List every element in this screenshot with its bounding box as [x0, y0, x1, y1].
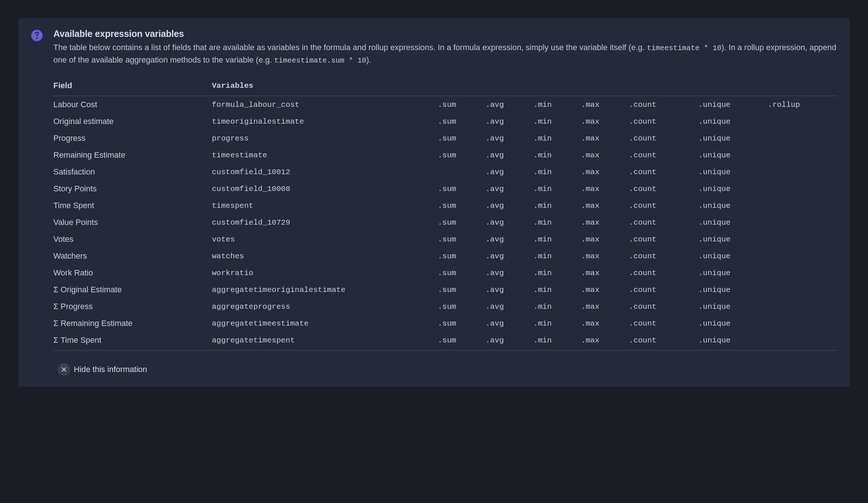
aggregation-method: .max — [581, 231, 629, 248]
aggregation-method: .avg — [485, 298, 533, 315]
variables-table: Field Variables Labour Costformula_labou… — [53, 77, 837, 351]
aggregation-method: .avg — [485, 264, 533, 281]
variable-name: customfield_10008 — [212, 180, 438, 197]
aggregation-method: .min — [533, 96, 581, 113]
table-row: Watcherswatches.sum.avg.min.max.count.un… — [53, 248, 837, 264]
aggregation-method: .count — [629, 298, 698, 315]
table-row: Labour Costformula_labour_cost.sum.avg.m… — [53, 96, 837, 113]
aggregation-method: .max — [581, 298, 629, 315]
desc-code2: timeestimate.sum * 10 — [274, 56, 366, 65]
aggregation-method: .sum — [438, 332, 486, 350]
aggregation-method — [768, 147, 837, 164]
header-variables: Variables — [212, 77, 438, 96]
table-row: Votesvotes.sum.avg.min.max.count.unique — [53, 231, 837, 248]
panel-header: Available expression variables The table… — [31, 29, 837, 66]
aggregation-method: .count — [629, 214, 698, 231]
aggregation-method: .max — [581, 197, 629, 214]
table-row: Value Pointscustomfield_10729.sum.avg.mi… — [53, 214, 837, 231]
table-row: Original estimatetimeoriginalestimate.su… — [53, 113, 837, 130]
variable-name: customfield_10012 — [212, 164, 438, 180]
field-name: Remaining Estimate — [53, 147, 212, 164]
aggregation-method: .unique — [698, 164, 768, 180]
desc-code1: timeestimate * 10 — [647, 44, 721, 52]
aggregation-method: .max — [581, 248, 629, 264]
aggregation-method: .avg — [485, 147, 533, 164]
aggregation-method: .max — [581, 315, 629, 332]
table-row: Σ Time Spentaggregatetimespent.sum.avg.m… — [53, 332, 837, 350]
aggregation-method — [438, 164, 486, 180]
variable-name: customfield_10729 — [212, 214, 438, 231]
aggregation-method: .unique — [698, 281, 768, 298]
aggregation-method — [768, 214, 837, 231]
field-name: Satisfaction — [53, 164, 212, 180]
close-icon[interactable] — [58, 363, 70, 376]
aggregation-method: .max — [581, 147, 629, 164]
field-name: Story Points — [53, 180, 212, 197]
aggregation-method: .min — [533, 231, 581, 248]
aggregation-method: .unique — [698, 197, 768, 214]
aggregation-method: .sum — [438, 298, 486, 315]
aggregation-method: .avg — [485, 315, 533, 332]
field-name: Σ Original Estimate — [53, 281, 212, 298]
variable-name: timeoriginalestimate — [212, 113, 438, 130]
table-row: Satisfactioncustomfield_10012.avg.min.ma… — [53, 164, 837, 180]
header-content: Available expression variables The table… — [53, 29, 837, 66]
variable-name: votes — [212, 231, 438, 248]
aggregation-method: .avg — [485, 130, 533, 147]
aggregation-method: .avg — [485, 180, 533, 197]
aggregation-method — [768, 248, 837, 264]
aggregation-method: .avg — [485, 96, 533, 113]
aggregation-method — [768, 113, 837, 130]
table-row: Work Ratioworkratio.sum.avg.min.max.coun… — [53, 264, 837, 281]
info-panel: Available expression variables The table… — [18, 18, 850, 387]
aggregation-method — [768, 197, 837, 214]
field-name: Value Points — [53, 214, 212, 231]
aggregation-method: .max — [581, 113, 629, 130]
aggregation-method: .max — [581, 180, 629, 197]
table-row: Time Spenttimespent.sum.avg.min.max.coun… — [53, 197, 837, 214]
aggregation-method: .sum — [438, 281, 486, 298]
variable-name: watches — [212, 248, 438, 264]
variable-name: aggregatetimeoriginalestimate — [212, 281, 438, 298]
variable-name: progress — [212, 130, 438, 147]
aggregation-method: .max — [581, 332, 629, 350]
table-row: Story Pointscustomfield_10008.sum.avg.mi… — [53, 180, 837, 197]
aggregation-method: .min — [533, 197, 581, 214]
panel-description: The table below contains a list of field… — [53, 41, 837, 66]
field-name: Time Spent — [53, 197, 212, 214]
aggregation-method: .unique — [698, 315, 768, 332]
field-name: Σ Time Spent — [53, 332, 212, 350]
variable-name: timespent — [212, 197, 438, 214]
aggregation-method — [768, 164, 837, 180]
aggregation-method: .sum — [438, 180, 486, 197]
aggregation-method: .unique — [698, 231, 768, 248]
aggregation-method: .avg — [485, 332, 533, 350]
aggregation-method — [768, 332, 837, 350]
hide-info-label: Hide this information — [74, 365, 147, 374]
variable-name: formula_labour_cost — [212, 96, 438, 113]
aggregation-method: .count — [629, 332, 698, 350]
aggregation-method: .count — [629, 281, 698, 298]
aggregation-method: .sum — [438, 315, 486, 332]
aggregation-method: .unique — [698, 214, 768, 231]
aggregation-method: .min — [533, 147, 581, 164]
aggregation-method: .min — [533, 298, 581, 315]
aggregation-method: .rollup — [768, 96, 837, 113]
desc-pre: The table below contains a list of field… — [53, 43, 647, 52]
aggregation-method: .avg — [485, 113, 533, 130]
aggregation-method: .count — [629, 130, 698, 147]
hide-info-button[interactable]: Hide this information — [58, 363, 837, 376]
aggregation-method: .sum — [438, 264, 486, 281]
aggregation-method: .unique — [698, 298, 768, 315]
aggregation-method: .sum — [438, 113, 486, 130]
variable-name: workratio — [212, 264, 438, 281]
aggregation-method: .min — [533, 113, 581, 130]
aggregation-method: .sum — [438, 130, 486, 147]
aggregation-method: .count — [629, 264, 698, 281]
aggregation-method: .min — [533, 332, 581, 350]
aggregation-method — [768, 231, 837, 248]
aggregation-method: .avg — [485, 248, 533, 264]
field-name: Original estimate — [53, 113, 212, 130]
aggregation-method: .unique — [698, 264, 768, 281]
aggregation-method: .unique — [698, 332, 768, 350]
